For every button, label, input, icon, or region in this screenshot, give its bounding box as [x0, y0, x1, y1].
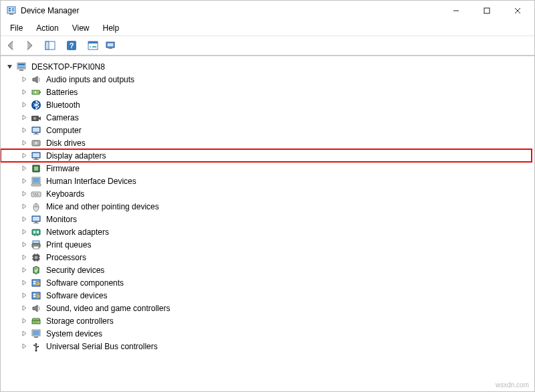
tree-item-label: Universal Serial Bus controllers	[45, 342, 159, 351]
menu-action[interactable]: Action	[31, 22, 64, 34]
tree-item-label: Audio inputs and outputs	[45, 75, 136, 84]
tree-item[interactable]: Processors	[1, 251, 532, 264]
chevron-right-icon[interactable]	[19, 138, 29, 148]
chevron-right-icon[interactable]	[19, 126, 29, 135]
firmware-icon	[30, 163, 42, 174]
chevron-down-icon[interactable]	[5, 62, 14, 72]
tree-item[interactable]: Display adapters	[1, 149, 532, 162]
usb-icon	[30, 341, 42, 352]
bluetooth-icon	[30, 100, 42, 110]
tree-item[interactable]: Bluetooth	[1, 98, 532, 111]
chevron-right-icon[interactable]	[19, 215, 29, 224]
svg-rect-22	[18, 66, 25, 68]
tree-item-label: Software devices	[45, 291, 108, 300]
svg-rect-19	[108, 47, 112, 49]
help-button[interactable]: ?	[64, 37, 80, 54]
chevron-right-icon[interactable]	[19, 88, 29, 97]
chevron-right-icon[interactable]	[19, 164, 29, 173]
tree-item[interactable]: Monitors	[1, 213, 532, 225]
storage-icon	[30, 316, 42, 326]
tree-item[interactable]: Human Interface Devices	[1, 175, 532, 187]
chevron-right-icon[interactable]	[19, 253, 29, 262]
tree-item-label: Human Interface Devices	[45, 177, 138, 186]
monitor-icon	[30, 125, 42, 136]
chevron-right-icon[interactable]	[19, 75, 29, 84]
disk-icon	[30, 138, 42, 149]
software-icon	[30, 278, 42, 288]
show-hide-tree-button[interactable]	[42, 37, 58, 54]
tree-item[interactable]: Storage controllers	[1, 314, 532, 327]
window-title: Device Manager	[21, 6, 441, 15]
tree-item-label: Network adapters	[45, 227, 110, 237]
tree-item[interactable]: Software devices	[1, 289, 532, 302]
maximize-button[interactable]	[471, 1, 502, 21]
tree-item[interactable]: Cameras	[1, 111, 532, 124]
svg-rect-4	[9, 13, 13, 15]
chevron-right-icon[interactable]	[19, 316, 29, 326]
camera-icon	[30, 112, 42, 123]
chevron-right-icon[interactable]	[19, 151, 29, 161]
chevron-right-icon[interactable]	[19, 304, 29, 313]
svg-rect-21	[18, 64, 25, 66]
tree-item[interactable]: Sound, video and game controllers	[1, 302, 532, 314]
system-icon	[30, 328, 42, 339]
tree-item-label: Display adapters	[45, 151, 107, 161]
tree-item[interactable]: Audio inputs and outputs	[1, 73, 532, 86]
tree-item[interactable]: Keyboards	[1, 187, 532, 200]
chevron-right-icon[interactable]	[19, 329, 29, 338]
tree-root[interactable]: DESKTOP-FPKI0N8	[1, 60, 532, 73]
menubar: File Action View Help	[1, 21, 534, 36]
chevron-right-icon[interactable]	[19, 100, 29, 110]
chevron-right-icon[interactable]	[19, 113, 29, 122]
menu-file[interactable]: File	[5, 22, 28, 34]
battery-icon	[30, 87, 42, 98]
hid-icon	[30, 176, 42, 187]
tree-item[interactable]: Network adapters	[1, 225, 532, 238]
tree-item-label: Disk drives	[45, 138, 87, 148]
cpu-icon	[30, 252, 42, 263]
chevron-right-icon[interactable]	[19, 342, 29, 351]
menu-help[interactable]: Help	[98, 22, 125, 34]
tree-item[interactable]: Disk drives	[1, 136, 532, 149]
chevron-right-icon[interactable]	[19, 291, 29, 300]
tree-item[interactable]: Software components	[1, 276, 532, 289]
svg-text:?: ?	[70, 41, 74, 50]
chevron-right-icon[interactable]	[19, 202, 29, 211]
tree-item[interactable]: Computer	[1, 124, 532, 136]
menu-view[interactable]: View	[67, 22, 95, 34]
chevron-right-icon[interactable]	[19, 266, 29, 275]
tree-item-label: Batteries	[45, 88, 79, 97]
tree-item-label: System devices	[45, 329, 104, 338]
window-controls	[441, 1, 533, 21]
properties-button[interactable]	[85, 37, 101, 54]
chevron-right-icon[interactable]	[19, 189, 29, 199]
tree-item[interactable]: Firmware	[1, 162, 532, 175]
chevron-right-icon[interactable]	[19, 227, 29, 237]
svg-rect-16	[92, 46, 96, 47]
monitor-icon	[30, 214, 42, 225]
chevron-right-icon[interactable]	[19, 240, 29, 250]
nav-forward-button[interactable]	[21, 37, 37, 54]
tree-item-label: Software components	[45, 278, 125, 288]
app-icon	[6, 5, 17, 16]
tree-item[interactable]: Security devices	[1, 264, 532, 276]
device-tree[interactable]: DESKTOP-FPKI0N8 Audio inputs and outputs…	[1, 56, 534, 391]
tree-item[interactable]: Batteries	[1, 86, 532, 98]
tree-item[interactable]: Universal Serial Bus controllers	[1, 340, 532, 353]
tree-item[interactable]: System devices	[1, 327, 532, 340]
titlebar: Device Manager	[1, 1, 534, 21]
chevron-right-icon[interactable]	[19, 278, 29, 288]
tree-item-label: Firmware	[45, 164, 81, 173]
close-button[interactable]	[502, 1, 533, 21]
tree-item[interactable]: Mice and other pointing devices	[1, 200, 532, 213]
chevron-right-icon[interactable]	[19, 177, 29, 186]
tree-item[interactable]: Print queues	[1, 238, 532, 251]
scan-hardware-button[interactable]	[102, 37, 118, 54]
svg-rect-1	[9, 8, 11, 9]
tree-item-label: Security devices	[45, 266, 106, 275]
tree-item-label: Sound, video and game controllers	[45, 304, 171, 313]
tree-item-label: Print queues	[45, 240, 92, 250]
nav-back-button[interactable]	[3, 37, 19, 54]
minimize-button[interactable]	[441, 1, 471, 21]
svg-rect-10	[45, 41, 49, 50]
